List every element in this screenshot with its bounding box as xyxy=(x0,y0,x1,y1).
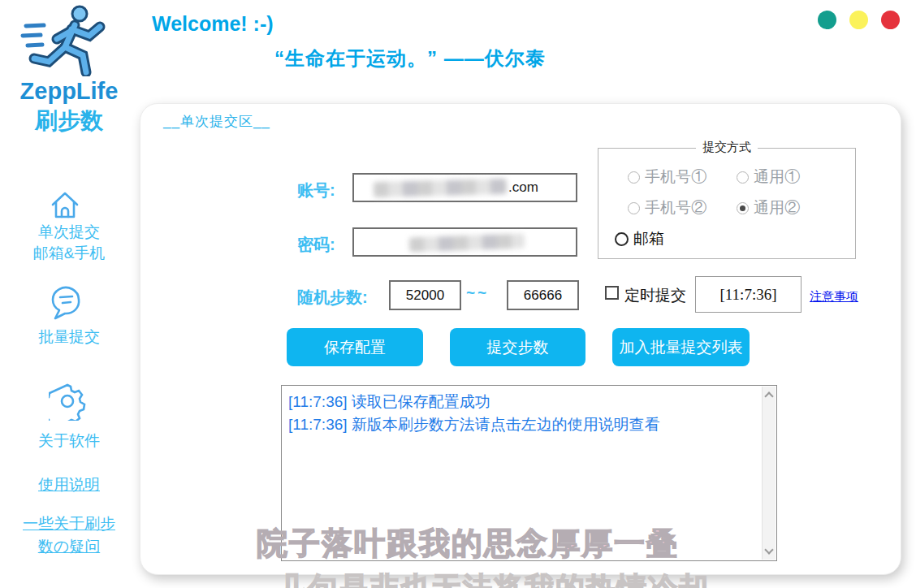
timed-submit-checkbox[interactable] xyxy=(605,286,619,300)
steps-max-input[interactable] xyxy=(507,280,579,310)
radio-icon xyxy=(628,171,640,184)
radio-icon xyxy=(628,202,640,214)
account-label: 账号: xyxy=(297,179,335,201)
sidebar-item-batch-submit[interactable] xyxy=(47,283,84,324)
chat-icon xyxy=(47,283,84,321)
log-textarea[interactable]: [11:7:36] 读取已保存配置成功 [11:7:36] 新版本刷步数方法请点… xyxy=(281,385,777,561)
save-config-button[interactable]: 保存配置 xyxy=(287,328,423,366)
method-group-legend: 提交方式 xyxy=(696,140,758,155)
radio-icon xyxy=(615,232,629,246)
sidebar-item-about[interactable] xyxy=(49,382,86,424)
app-title-en: ZeppLife xyxy=(0,78,138,105)
log-scrollbar[interactable] xyxy=(762,387,776,560)
timed-submit-label[interactable]: 定时提交 xyxy=(624,285,686,306)
sidebar-label-single-submit[interactable]: 单次提交 xyxy=(0,222,138,243)
section-label: __单次提交区__ xyxy=(163,112,270,131)
radio-selected-icon xyxy=(737,202,749,214)
sidebar-link-instructions[interactable]: 使用说明 xyxy=(0,474,138,495)
sidebar-label-batch-submit[interactable]: 批量提交 xyxy=(0,326,138,348)
window-dot-red-icon[interactable] xyxy=(881,11,900,29)
steps-range-separator: ~~ xyxy=(466,284,489,302)
sidebar-label-single-submit-2[interactable]: 邮箱&手机 xyxy=(0,243,138,264)
method-groupbox: 提交方式 手机号① 通用① 手机号② 通用② 邮箱 xyxy=(598,148,856,259)
account-visible-suffix: .com xyxy=(508,179,538,196)
welcome-text: Welcome! :-) xyxy=(152,12,274,36)
radio-method-general1[interactable]: 通用① xyxy=(737,166,800,188)
radio-method-general2-selected[interactable]: 通用② xyxy=(737,197,800,218)
account-input[interactable]: .com xyxy=(352,173,577,202)
notes-link[interactable]: 注意事项 xyxy=(810,289,858,305)
sidebar-item-single-submit[interactable] xyxy=(49,189,81,223)
motto-text: “生命在于运动。” ——伏尔泰 xyxy=(274,45,546,71)
radio-method-email[interactable]: 邮箱 xyxy=(615,228,664,249)
sidebar-link-faq-line2[interactable]: 数の疑问 xyxy=(0,536,138,557)
sidebar-label-about[interactable]: 关于软件 xyxy=(0,430,138,452)
radio-icon xyxy=(737,171,749,184)
gear-icon xyxy=(49,382,86,421)
steps-label: 随机步数: xyxy=(297,287,368,309)
app-window: ZeppLife 刷步数 单次提交 邮箱&手机 批量提交 xyxy=(0,0,916,588)
window-dot-yellow-icon[interactable] xyxy=(849,11,868,29)
redacted-account-value xyxy=(374,179,507,197)
app-title-cn: 刷步数 xyxy=(0,106,138,136)
password-input[interactable] xyxy=(352,227,577,257)
submit-steps-button[interactable]: 提交步数 xyxy=(450,328,585,366)
timer-time-field[interactable]: [11:7:36] xyxy=(695,276,802,313)
radio-method-phone2[interactable]: 手机号② xyxy=(628,197,706,218)
scrollbar-up-icon[interactable] xyxy=(764,391,773,400)
log-line: [11:7:36] 读取已保存配置成功 xyxy=(288,391,755,413)
runner-logo-icon xyxy=(18,5,114,76)
add-to-batch-button[interactable]: 加入批量提交列表 xyxy=(612,328,750,366)
password-label: 密码: xyxy=(297,234,335,256)
steps-min-input[interactable] xyxy=(389,280,461,310)
window-dot-teal-icon[interactable] xyxy=(818,11,836,29)
radio-method-phone1[interactable]: 手机号① xyxy=(628,166,706,188)
log-line: [11:7:36] 新版本刷步数方法请点击左边的使用说明查看 xyxy=(288,413,755,436)
log-lines: [11:7:36] 读取已保存配置成功 [11:7:36] 新版本刷步数方法请点… xyxy=(288,391,755,436)
redacted-password-value xyxy=(409,234,525,253)
sidebar-link-faq-line1[interactable]: 一些关于刷步 xyxy=(0,513,138,534)
home-icon xyxy=(49,189,81,220)
single-submit-panel: __单次提交区__ 账号: .com 密码: 提交方式 手机号① 通用① xyxy=(140,103,901,575)
scrollbar-down-icon[interactable] xyxy=(764,545,773,554)
